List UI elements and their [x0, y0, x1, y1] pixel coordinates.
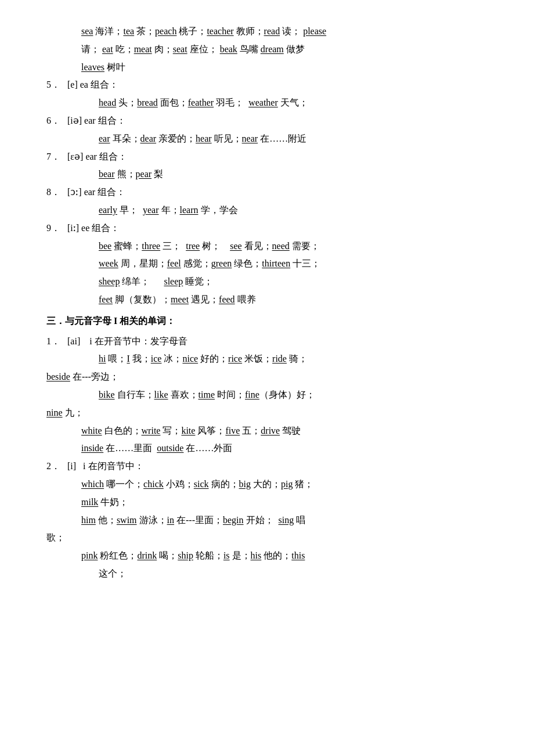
page-content: sea 海洋；tea 茶；peach 桃子；teacher 教师；read 读；… [46, 23, 499, 582]
item1-header: 1． [ai] i 在开音节中：发字母音 [46, 333, 499, 350]
section8: 8． [ɔː] ear 组合： [46, 184, 499, 201]
item2-line4: pink 粉红色；drink 喝；ship 轮船；is 是；his 他的；thi… [81, 548, 499, 564]
main-section-3: 三．与元音字母 I 相关的单词： [46, 313, 499, 330]
section9-num: 9． [46, 220, 67, 237]
section9-label: [iː] ee 组合： [67, 220, 120, 237]
item2-this: 这个； [99, 566, 499, 582]
item1-label: [ai] i 在开音节中：发字母音 [67, 333, 187, 350]
section9-line2: week 周，星期；feel 感觉；green 绿色；thirteen 十三； [99, 255, 499, 272]
section8-num: 8． [46, 184, 67, 201]
item1-num: 1． [46, 333, 67, 350]
item2-line2: milk 牛奶； [81, 494, 499, 511]
section5-content: head 头；bread 面包；feather 羽毛； weather 天气； [99, 95, 499, 111]
section6: 6． [iə] ear 组合： [46, 113, 499, 129]
section6-content: ear 耳朵；dear 亲爱的；hear 听见；near 在……附近 [99, 131, 499, 147]
section8-label: [ɔː] ear 组合： [67, 184, 125, 201]
section9-line4: feet 脚（复数）；meet 遇见；feed 喂养 [99, 291, 499, 308]
item2-header: 2． [i] i 在闭音节中： [46, 458, 499, 475]
section7: 7． [εə] ear 组合： [46, 149, 499, 165]
intro-line2: 请； eat 吃；meat 肉；seat 座位； beak 鸟嘴 dream 做… [81, 41, 499, 58]
section7-content: bear 熊；pear 梨 [99, 166, 499, 183]
item1-nine: nine 九； [46, 405, 499, 422]
section9-line1: bee 蜜蜂；three 三； tree 树； see 看见；need 需要； [99, 238, 499, 255]
section5-label: [e] ea 组合： [67, 77, 118, 93]
section9-line3: sheep 绵羊； sleep 睡觉； [99, 273, 499, 290]
section8-content: early 早； year 年；learn 学，学会 [99, 202, 499, 219]
intro-line3: leaves 树叶 [81, 59, 499, 76]
section7-label: [εə] ear 组合： [67, 149, 127, 165]
section6-label: [iə] ear 组合： [67, 113, 126, 129]
item2-line3: him 他；swim 游泳；in 在---里面；begin 开始； sing 唱 [81, 512, 499, 529]
item1-line4: inside 在……里面 outside 在……外面 [81, 440, 499, 457]
item1-line1: hi 喂；I 我；ice 冰；nice 好的；rice 米饭；ride 骑； [99, 351, 499, 368]
section5-num: 5． [46, 77, 67, 93]
item2-sing: 歌； [46, 530, 499, 546]
item2-line1: which 哪一个；chick 小鸡；sick 病的；big 大的；pig 猪； [81, 476, 499, 493]
section6-num: 6． [46, 113, 67, 129]
section7-num: 7． [46, 149, 67, 165]
item2-label: [i] i 在闭音节中： [67, 458, 144, 475]
item1-beside: beside 在---旁边； [46, 369, 499, 386]
item2-num: 2． [46, 458, 67, 475]
section9: 9． [iː] ee 组合： [46, 220, 499, 237]
intro-line1: sea 海洋；tea 茶；peach 桃子；teacher 教师；read 读；… [81, 23, 499, 40]
item1-line3: white 白色的；write 写；kite 风筝；five 五；drive 驾… [81, 423, 499, 440]
item1-line2: bike 自行车；like 喜欢；time 时间；fine（身体）好； [99, 387, 499, 404]
section5: 5． [e] ea 组合： [46, 77, 499, 93]
